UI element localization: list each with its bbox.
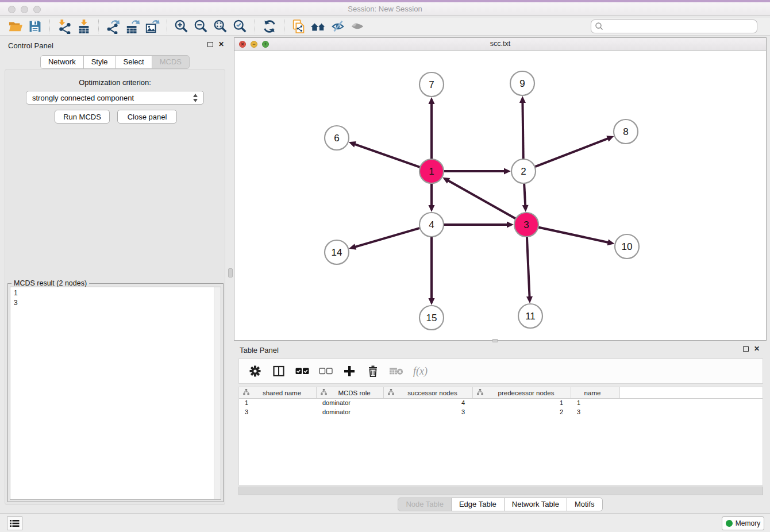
task-history-button[interactable] xyxy=(7,516,22,530)
table-toolbar: f(x) xyxy=(238,358,763,384)
graph-node-label: 7 xyxy=(429,79,434,90)
toolbar-separator xyxy=(284,20,284,33)
cell-shared-name[interactable]: 3 xyxy=(239,408,317,417)
delete-table-icon[interactable] xyxy=(390,364,403,378)
mcds-result-lines: 13 xyxy=(10,288,213,308)
zoom-selected-icon[interactable] xyxy=(230,18,250,34)
network-window-titlebar[interactable]: ✕ − + scc.txt xyxy=(234,38,766,51)
export-table-icon[interactable] xyxy=(123,18,143,34)
first-neighbors-icon[interactable] xyxy=(309,18,328,34)
edge-2-8[interactable] xyxy=(535,138,609,167)
edge-4-14[interactable] xyxy=(355,228,420,247)
close-panel-icon[interactable]: ✕ xyxy=(218,41,224,47)
table-row[interactable]: 3dominator323 xyxy=(239,408,763,417)
edge-1-6[interactable] xyxy=(354,144,420,167)
status-bar: Memory xyxy=(0,513,770,532)
deselect-all-icon[interactable] xyxy=(319,364,333,378)
zoom-in-icon[interactable] xyxy=(172,18,191,34)
tab-network[interactable]: Network xyxy=(40,55,84,69)
import-table-icon[interactable] xyxy=(74,18,94,34)
hide-selected-icon[interactable] xyxy=(328,18,348,34)
column-header-MCDS-role[interactable]: MCDS role xyxy=(317,387,384,398)
graph-node-label: 15 xyxy=(426,313,437,323)
cell-predecessor-nodes[interactable]: 1 xyxy=(473,399,571,408)
app-titlebar: Session: New Session xyxy=(0,0,770,16)
cell-successor-nodes[interactable]: 3 xyxy=(384,408,473,417)
main-toolbar xyxy=(0,18,770,36)
duplicate-network-icon[interactable] xyxy=(289,18,309,34)
function-builder-icon[interactable]: f(x) xyxy=(413,364,428,378)
node-table[interactable]: shared nameMCDS rolesuccessor nodesprede… xyxy=(238,387,763,485)
float-panel-icon[interactable] xyxy=(207,42,213,47)
show-all-icon[interactable] xyxy=(348,18,367,34)
import-network-icon[interactable] xyxy=(55,18,74,34)
refresh-layout-icon[interactable] xyxy=(260,18,279,34)
cell-name[interactable]: 1 xyxy=(571,399,620,408)
float-table-panel-icon[interactable] xyxy=(743,346,749,352)
edge-3-10[interactable] xyxy=(538,227,609,242)
table-row[interactable]: 1dominator411 xyxy=(239,399,763,408)
graph-node-label: 10 xyxy=(622,241,633,252)
table-hscrollbar[interactable] xyxy=(238,487,763,495)
tab-motifs[interactable]: Motifs xyxy=(567,498,603,511)
control-panel: Control Panel ✕ NetworkStyleSelectMCDS O… xyxy=(0,37,230,507)
optimization-select[interactable]: strongly connected component xyxy=(26,91,204,105)
vertical-splitter-handle[interactable] xyxy=(228,268,233,277)
export-network-icon[interactable] xyxy=(103,18,123,34)
edge-2-3[interactable] xyxy=(524,183,525,206)
hierarchy-icon xyxy=(388,389,394,396)
edge-arrowhead xyxy=(519,96,526,103)
result-scrollbar[interactable] xyxy=(214,287,221,499)
cell-predecessor-nodes[interactable]: 2 xyxy=(473,408,571,417)
zoom-out-icon[interactable] xyxy=(191,18,211,34)
column-header-shared-name[interactable]: shared name xyxy=(239,387,317,398)
optimization-select-value: strongly connected component xyxy=(32,94,134,102)
cell-successor-nodes[interactable]: 4 xyxy=(384,399,473,408)
hierarchy-icon xyxy=(321,389,327,396)
toolbar-separator xyxy=(49,20,50,33)
run-mcds-button[interactable]: Run MCDS xyxy=(55,110,110,124)
mcds-result-group: MCDS result (2 nodes) 13 xyxy=(7,283,224,502)
search-box[interactable] xyxy=(591,20,757,33)
close-table-panel-icon[interactable]: ✕ xyxy=(754,346,760,352)
open-file-icon[interactable] xyxy=(6,18,25,34)
tab-edge-table[interactable]: Edge Table xyxy=(451,498,505,511)
cell-name[interactable]: 3 xyxy=(571,408,620,417)
tab-mcds[interactable]: MCDS xyxy=(152,55,190,69)
column-header-predecessor-nodes[interactable]: predecessor nodes xyxy=(473,387,571,398)
gear-icon[interactable] xyxy=(248,364,262,378)
network-graph[interactable]: 7968124314101511 xyxy=(234,51,766,341)
graph-node-label: 6 xyxy=(334,133,339,144)
select-all-icon[interactable] xyxy=(295,364,309,378)
cell-MCDS-role[interactable]: dominator xyxy=(317,399,384,408)
column-mode-icon[interactable] xyxy=(272,364,286,378)
tab-select[interactable]: Select xyxy=(116,55,152,69)
tab-node-table[interactable]: Node Table xyxy=(398,498,452,511)
column-header-name[interactable]: name xyxy=(571,387,620,398)
column-header-successor-nodes[interactable]: successor nodes xyxy=(384,387,473,398)
cell-shared-name[interactable]: 1 xyxy=(239,399,317,408)
close-panel-button[interactable]: Close panel xyxy=(117,110,177,124)
graph-node-label: 1 xyxy=(429,166,434,177)
search-input[interactable] xyxy=(604,21,757,32)
export-image-icon[interactable] xyxy=(143,18,162,34)
tab-network-table[interactable]: Network Table xyxy=(504,498,567,511)
toolbar-separator xyxy=(98,20,99,33)
network-window: ✕ − + scc.txt 7968124314101511 xyxy=(234,37,767,341)
table-panel-title: Table Panel xyxy=(240,346,279,354)
edge-2-9[interactable] xyxy=(522,102,523,159)
graph-node-label: 9 xyxy=(519,78,525,89)
network-canvas[interactable]: 7968124314101511 xyxy=(234,51,766,340)
edge-3-1[interactable] xyxy=(448,180,516,219)
memory-button[interactable]: Memory xyxy=(722,516,764,530)
add-icon[interactable] xyxy=(342,364,356,378)
table-panel: Table Panel ✕ xyxy=(234,342,767,513)
delete-icon[interactable] xyxy=(366,364,380,378)
graph-node-label: 8 xyxy=(623,126,628,137)
edge-3-11[interactable] xyxy=(527,237,530,298)
zoom-fit-icon[interactable] xyxy=(211,18,230,34)
cell-MCDS-role[interactable]: dominator xyxy=(317,408,384,417)
tab-style[interactable]: Style xyxy=(83,55,116,69)
graph-node-label: 11 xyxy=(525,311,536,322)
save-session-icon[interactable] xyxy=(25,18,45,34)
